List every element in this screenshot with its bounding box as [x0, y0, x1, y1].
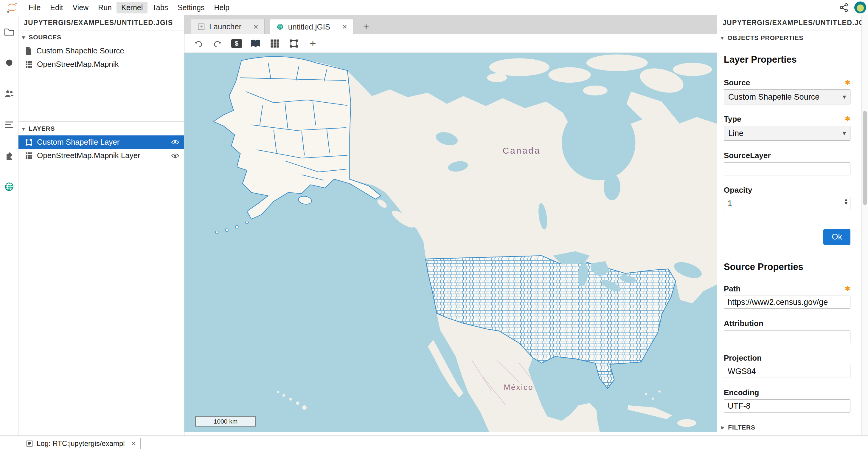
caret-down-icon: ▾: [22, 125, 25, 132]
source-item-openstreetmap[interactable]: OpenStreetMap.Mapnik: [19, 58, 184, 71]
source-select-value: Custom Shapefile Source: [728, 92, 819, 102]
undo-button[interactable]: [193, 38, 204, 49]
left-sidebar: JUPYTERGIS/EXAMPLES/UNTITLED.JGIS ▾ SOUR…: [19, 15, 184, 435]
stepper-down-icon[interactable]: ▾: [844, 201, 847, 205]
add-layer-button[interactable]: +: [307, 38, 318, 49]
map-viewport[interactable]: Canada México 1000 km: [184, 53, 717, 432]
launcher-icon: [197, 23, 205, 31]
menu-view[interactable]: View: [68, 2, 93, 13]
activity-tab-collaboration[interactable]: [4, 88, 15, 99]
source-item-custom-shapefile[interactable]: Custom Shapefile Source: [19, 44, 184, 58]
projection-field: Projection: [724, 354, 850, 378]
log-console-item[interactable]: Log: RTC:jupytergis/exampl ×: [21, 438, 141, 449]
sourcelayer-input[interactable]: [724, 162, 850, 175]
attribution-field-label: Attribution: [724, 319, 764, 328]
globe-icon: [276, 23, 284, 31]
menu-tabs[interactable]: Tabs: [148, 2, 173, 13]
layer-properties-title: Layer Properties: [724, 54, 850, 65]
layers-section-header[interactable]: ▾ LAYERS: [19, 122, 184, 135]
status-bar: Log: RTC:jupytergis/exampl ×: [0, 435, 868, 451]
basemap-button[interactable]: [250, 38, 261, 49]
map-toolbar: $: [184, 34, 717, 53]
projection-field-label: Projection: [724, 354, 762, 363]
grid-icon: [270, 39, 279, 48]
opacity-field: Opacity ▴ ▾: [724, 186, 850, 210]
grid-icon: [25, 61, 33, 68]
chevron-down-icon: ▾: [843, 130, 846, 137]
menu-file[interactable]: File: [24, 2, 45, 13]
close-icon[interactable]: ×: [253, 23, 258, 31]
chevron-down-icon: ▾: [843, 93, 846, 101]
sources-section: ▾ SOURCES Custom Shapefile Source OpenSt…: [19, 30, 184, 121]
menubar: File Edit View Run Kernel Tabs Settings …: [0, 0, 868, 15]
scrollbar-thumb[interactable]: [863, 111, 867, 205]
layer-item-openstreetmap[interactable]: OpenStreetMap.Mapnik Layer: [19, 149, 184, 162]
file-icon: [25, 47, 32, 55]
number-stepper[interactable]: ▴ ▾: [844, 198, 847, 205]
layer-item-label: Custom Shapefile Layer: [37, 138, 120, 147]
caret-right-icon: ▸: [721, 424, 724, 431]
log-label: Log: RTC:jupytergis/exampl: [37, 440, 125, 448]
ok-button[interactable]: Ok: [823, 229, 850, 245]
user-avatar[interactable]: [854, 1, 866, 13]
close-icon[interactable]: ×: [342, 23, 347, 31]
globe-icon: [4, 181, 15, 192]
activity-tab-extensions[interactable]: [4, 150, 15, 161]
jupyter-logo-icon: [6, 1, 18, 13]
activity-tab-running[interactable]: [4, 57, 15, 68]
console-button[interactable]: $: [231, 38, 242, 49]
type-field: Type ✱ Line ▾: [724, 115, 850, 141]
path-input[interactable]: [724, 295, 850, 309]
tab-launcher[interactable]: Launcher ×: [191, 19, 265, 34]
activity-tab-toc[interactable]: [4, 119, 15, 130]
scrollbar-track[interactable]: [862, 15, 868, 435]
source-field: Source ✱ Custom Shapefile Source ▾: [724, 78, 850, 104]
projection-input[interactable]: [724, 365, 850, 378]
map-scalebar: 1000 km: [195, 416, 256, 426]
type-select[interactable]: Line ▾: [724, 126, 850, 141]
encoding-field-label: Encoding: [724, 388, 759, 397]
map-label-mexico: México: [503, 383, 533, 392]
new-raster-layer-button[interactable]: [269, 38, 280, 49]
layers-title: LAYERS: [29, 125, 55, 132]
attribution-input[interactable]: [724, 330, 850, 343]
running-circle-icon: [4, 57, 15, 68]
tab-label: Launcher: [209, 22, 241, 31]
source-field-label: Source: [724, 78, 750, 87]
map-canvas: Canada México: [184, 53, 717, 432]
tab-label: untitled.jGIS: [288, 22, 331, 32]
redo-icon: [213, 38, 223, 49]
required-asterisk-icon: ✱: [845, 285, 850, 292]
puzzle-icon: [4, 150, 15, 161]
menu-edit[interactable]: Edit: [45, 2, 68, 13]
scalebar-label: 1000 km: [214, 418, 238, 425]
folder-icon: [4, 26, 15, 37]
properties-form: Layer Properties Source ✱ Custom Shapefi…: [717, 45, 862, 435]
filters-section-header[interactable]: ▸ FILTERS: [717, 419, 862, 435]
opacity-input[interactable]: [724, 197, 850, 210]
share-icon[interactable]: [839, 2, 849, 12]
undo-icon: [193, 38, 204, 49]
objects-properties-header[interactable]: ▾ OBJECTS PROPERTIES: [717, 30, 862, 45]
visibility-eye-icon[interactable]: [171, 139, 179, 145]
menu-settings[interactable]: Settings: [173, 2, 209, 13]
menu-kernel[interactable]: Kernel: [117, 2, 148, 13]
encoding-input[interactable]: [724, 399, 850, 413]
jupyterlab-window: File Edit View Run Kernel Tabs Settings …: [0, 0, 868, 451]
activity-tab-files[interactable]: [4, 26, 15, 37]
list-icon: [4, 119, 15, 130]
new-tab-button[interactable]: +: [359, 19, 374, 34]
tab-untitled-jgis[interactable]: untitled.jGIS ×: [270, 19, 353, 34]
new-vector-layer-button[interactable]: [288, 38, 300, 49]
menu-run[interactable]: Run: [93, 2, 117, 13]
source-select[interactable]: Custom Shapefile Source ▾: [724, 89, 850, 104]
activity-tab-jupytergis[interactable]: [4, 181, 15, 192]
sources-section-header[interactable]: ▾ SOURCES: [19, 30, 184, 44]
layer-item-custom-shapefile[interactable]: Custom Shapefile Layer: [19, 135, 184, 149]
menu-help[interactable]: Help: [209, 2, 234, 13]
visibility-eye-icon[interactable]: [171, 153, 179, 159]
redo-button[interactable]: [212, 38, 223, 49]
close-icon[interactable]: ×: [131, 440, 135, 447]
source-properties-title: Source Properties: [724, 261, 850, 272]
type-field-label: Type: [724, 115, 741, 124]
